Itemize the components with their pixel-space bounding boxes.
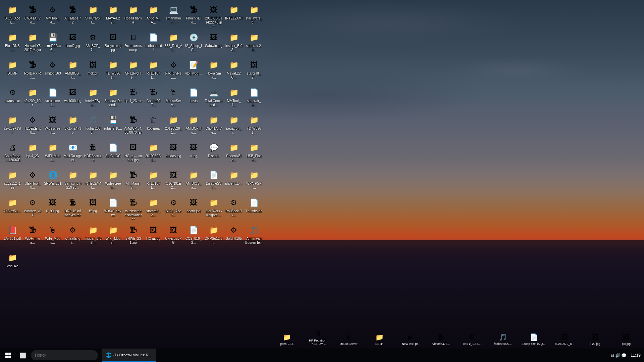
desktop-icon-59[interactable]: 🗜AMiBCP v4.55.0070.rar [123, 113, 143, 140]
desktop-icon-3[interactable]: ⚙MMTool_4... [43, 3, 62, 30]
desktop-icon-112[interactable]: 🖼HC-ш.jpg [144, 223, 163, 250]
desktop-icon-2[interactable]: 🗜Ch341A_Ve... [23, 3, 42, 30]
desktop-icon-42[interactable]: 📄vcruntime1... [43, 85, 62, 112]
desktop-icon-48[interactable]: 🖱MouseServ... [164, 85, 183, 112]
desktop-icon-30[interactable]: 📁AMIBIOS_a... [63, 58, 83, 85]
desktop-icon-27[interactable]: 📁DUMP [3, 58, 22, 85]
desktop-icon-95[interactable]: 🗜DRP 15 оболочка.rar [63, 195, 83, 222]
desktop-icon-35[interactable]: ⚙FacToryNew... [164, 58, 183, 85]
network-icon[interactable]: 🖥 [610, 353, 614, 358]
desktop-icon-99[interactable]: 📁starcraft_2... [144, 195, 163, 222]
desktop-icon-97[interactable]: 📄WinXP Key.txt [103, 195, 123, 222]
desktop-icon-33[interactable]: 📁5NazFydHe... [123, 58, 143, 85]
task-view-button[interactable]: ⬜ [16, 349, 30, 362]
desktop-icon-72[interactable]: 🖼HC-ш — копия.jpg [123, 140, 143, 167]
desktop-icon-23[interactable]: 💿IS_Setup_IC... [184, 30, 203, 57]
desktop-icon-62[interactable]: 📁AMIBCP_fo... [184, 113, 203, 140]
desktop-icon-118[interactable]: 📁Музыка [3, 251, 22, 277]
desktop-icon-53[interactable]: 📁s2v209+19tr [3, 113, 22, 140]
desktop-icon-17[interactable]: 🖼hdmi2.jpg [63, 30, 83, 57]
desktop-icon-76[interactable]: 💬Discord [204, 140, 223, 167]
desktop-icon-15[interactable]: 📁Huawei Y5 2017 Maya-... [23, 30, 42, 57]
desktop-icon-91[interactable]: 📁WPA-PSK-... [244, 168, 264, 195]
desktop-icon-87[interactable]: 🖼O1CN01E2... [164, 168, 183, 195]
desktop-icon-58[interactable]: 💾rufus-2.18... [103, 113, 123, 140]
desktop-icon-60[interactable]: 🗑Корзина [144, 113, 163, 140]
desktop-icon-102[interactable]: 📁Star Wars - Knights ... [204, 195, 223, 222]
desktop-icon-47[interactable]: 🗜Contra007... [144, 85, 163, 112]
desktop-icon-101[interactable]: 🖼death.jpg [184, 195, 203, 222]
desktop-icon-79[interactable]: 📁s2v2112_19tr [3, 168, 22, 195]
desktop-icon-40[interactable]: ⚙bwrus.exe [3, 85, 22, 112]
desktop-icon-96[interactable]: 🖼fff.jpg [83, 195, 103, 222]
desktop-icon-64[interactable]: 📁pegatron_i... [224, 113, 244, 140]
desktop-icon-109[interactable]: 📁Insider_BI0S... [83, 223, 103, 250]
desktop-icon-106[interactable]: 🗜WDFirmwa... [23, 223, 42, 250]
tray-icon-t5[interactable]: ▶New task.pa [395, 330, 425, 347]
start-button[interactable] [0, 349, 16, 362]
desktop-icon-38[interactable]: 📁MayaL22C... [224, 58, 244, 85]
tray-icon-t9[interactable]: 📄Засор свечей д... [519, 330, 549, 347]
desktop-icon-21[interactable]: 📄ucrtbased.dll [144, 30, 163, 57]
tray-icon-t11[interactable]: 🖼i-20.jpg [580, 330, 610, 347]
desktop-icon-24[interactable]: 🖼Safuwin.jpg [204, 30, 223, 57]
desktop-icon-94[interactable]: 🖼0_90.jpg [43, 195, 62, 222]
desktop-icon-28[interactable]: 🗜RollBack.Rx... [23, 58, 42, 85]
desktop-icon-39[interactable]: 🖼starcraft_2... [244, 58, 264, 85]
desktop-icon-20[interactable]: 🖥Этот компьютер [123, 30, 143, 57]
desktop-icon-98[interactable]: 🗜touchscreen software.rar [123, 195, 143, 222]
tray-icon-t4[interactable]: 📁SSTR [364, 330, 394, 347]
desktop-icon-34[interactable]: 📁RTL8187L... [144, 58, 163, 85]
desktop-icon-93[interactable]: ⚙WinHex_x64 [23, 195, 42, 222]
desktop-icon-13[interactable]: 📁star_wars_b... [244, 3, 264, 30]
desktop-icon-83[interactable]: 📁INTEL2AMI... [83, 168, 103, 195]
desktop-icon-16[interactable]: 💾tcmd922ax6... [43, 30, 62, 57]
desktop-icon-49[interactable]: 📄hosts [184, 85, 203, 112]
desktop-icon-26[interactable]: 📁starcraft.2.h... [244, 30, 264, 57]
tray-icon-t6[interactable]: 🗜Victoria473... [426, 330, 456, 347]
desktop-icon-50[interactable]: 💻Total Command... [204, 85, 223, 112]
tray-icon-t7[interactable]: ⚙cpu-z_1.88... [457, 330, 487, 347]
desktop-icon-55[interactable]: 🖼Widescreen... [43, 113, 62, 140]
desktop-icon-67[interactable]: 📁bp-4_23 [23, 140, 42, 167]
desktop-icon-111[interactable]: 🗜SRWE_231.zip [123, 223, 143, 250]
desktop-icon-11[interactable]: 🖼2018-08-31 14:22:40.jpg [204, 3, 223, 30]
desktop-icon-104[interactable]: 📄Thumbs.db [244, 195, 264, 222]
desktop-icon-75[interactable]: 🖼4.jpg [184, 140, 203, 167]
desktop-icon-52[interactable]: 📄starcraft_b... [244, 85, 264, 112]
desktop-icon-56[interactable]: 📁Victona473b [63, 113, 83, 140]
desktop-icon-32[interactable]: 📁TD-W8961... [103, 58, 123, 85]
desktop-icon-63[interactable]: 📁Ch341A_Ve... [204, 113, 223, 140]
desktop-icon-22[interactable]: 📁352_Red_Al... [164, 30, 183, 57]
desktop-icon-54[interactable]: ⚙H20EZE_x8... [23, 113, 42, 140]
desktop-icon-117[interactable]: 🎵Armin van Buuren fe... [244, 223, 264, 250]
desktop-icon-31[interactable]: 🖼mdk.gif [83, 58, 103, 85]
desktop-icon-110[interactable]: 📁WiFi_Mous... [103, 223, 123, 250]
desktop-icon-90[interactable]: 📁phoenixto... [224, 168, 244, 195]
desktop-icon-107[interactable]: 🖱WiFi_Mous... [43, 223, 62, 250]
desktop-icon-37[interactable]: 📁Nokia Sma... [204, 58, 223, 85]
tray-icon-t3[interactable]: 🖱MouseServer [333, 330, 364, 347]
desktop-icon-84[interactable]: 📁Widescreen... [103, 168, 123, 195]
volume-icon[interactable]: 🔊 [615, 353, 621, 358]
tray-icon-t12[interactable]: 🖼pic.jpg [611, 330, 641, 347]
desktop-icon-19[interactable]: 🖼Викусажа.jpg [103, 30, 123, 57]
desktop-icon-78[interactable]: 📁USB_Flash... [244, 140, 264, 167]
desktop-icon-73[interactable]: 📁20190502-1... [144, 140, 163, 167]
desktop-icon-103[interactable]: ⚙RollBack.Rx... [224, 195, 244, 222]
desktop-icon-4[interactable]: 🗜All_Maps.72 [63, 3, 83, 30]
desktop-icon-66[interactable]: 🖨ColorPage-...1200XE [3, 140, 22, 167]
desktop-icon-41[interactable]: 📁s2v209_19tr [23, 85, 42, 112]
action-center-icon[interactable]: 💬 [621, 353, 627, 358]
desktop-icon-9[interactable]: 💻smartmont... [164, 3, 183, 30]
desktop-icon-29[interactable]: ⚙amitool163 [43, 58, 62, 85]
desktop-icon-92[interactable]: 📁AirSlax5.9... [3, 195, 22, 222]
desktop-icon-74[interactable]: 🖼afudos.jpg [164, 140, 183, 167]
desktop-icon-70[interactable]: 🗜HDDScan.zip [83, 140, 103, 167]
desktop-icon-114[interactable]: 📄CO2_816_S... [184, 223, 203, 250]
desktop-icon-89[interactable]: 📄DisableSVr... [204, 168, 223, 195]
desktop-icon-8[interactable]: 📁Aptio_V_A... [144, 3, 163, 30]
desktop-icon-85[interactable]: 🗜All_Maps.7... [123, 168, 143, 195]
desktop-icon-25[interactable]: 📁Insider_BI0S... [224, 30, 244, 57]
desktop-icon-51[interactable]: 📁MMTool_4... [224, 85, 244, 112]
